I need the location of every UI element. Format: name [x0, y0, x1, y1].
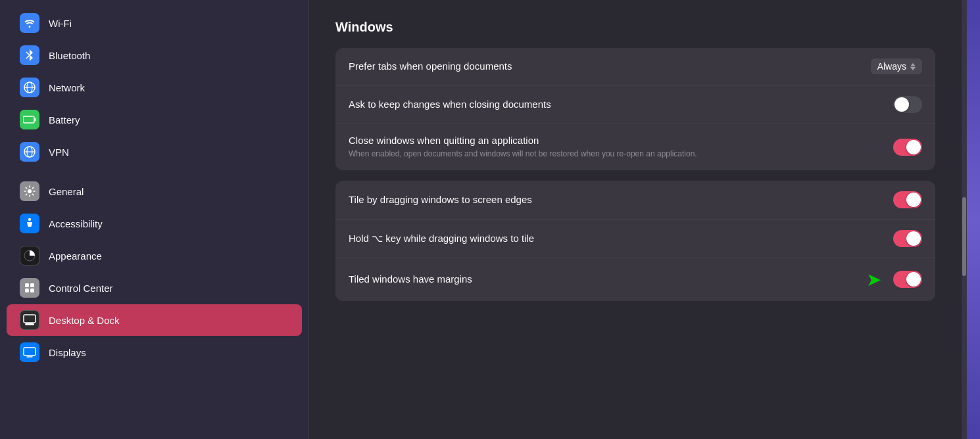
tile-dragging-row: Tile by dragging windows to screen edges	[335, 181, 935, 220]
svg-rect-5	[24, 118, 31, 122]
hold-option-content: Hold ⌥ key while dragging windows to til…	[349, 233, 893, 244]
sidebar-item-label-desktopdock: Desktop & Dock	[49, 315, 120, 326]
tiled-margins-label: Tiled windows have margins	[349, 273, 472, 285]
displays-icon	[20, 342, 39, 362]
ask-keep-changes-row: Ask to keep changes when closing documen…	[335, 85, 935, 124]
desktopdock-icon	[20, 310, 39, 330]
ask-keep-changes-content: Ask to keep changes when closing documen…	[349, 99, 893, 110]
hold-option-label: Hold ⌥ key while dragging windows to til…	[349, 233, 534, 244]
sidebar-item-wifi[interactable]: Wi-Fi	[7, 7, 302, 39]
tile-dragging-label: Tile by dragging windows to screen edges	[349, 194, 532, 205]
sidebar-item-label-bluetooth: Bluetooth	[49, 50, 90, 61]
close-windows-knob	[906, 140, 921, 154]
prefer-tabs-content: Prefer tabs when opening documents	[349, 60, 871, 72]
accessibility-icon	[20, 214, 39, 233]
stepper-up-arrow	[910, 63, 916, 66]
svg-point-9	[28, 189, 32, 193]
sidebar-item-label-accessibility: Accessibility	[49, 218, 103, 229]
sidebar-item-appearance[interactable]: Appearance	[7, 240, 302, 271]
sidebar-item-label-network: Network	[49, 82, 85, 93]
stepper-arrows	[910, 63, 916, 70]
tile-dragging-content: Tile by dragging windows to screen edges	[349, 194, 893, 206]
scrollbar-track[interactable]	[962, 0, 967, 439]
svg-rect-4	[35, 118, 36, 122]
svg-rect-16	[30, 289, 34, 292]
sidebar-item-displays[interactable]: Displays	[7, 336, 302, 368]
main-content: Windows Prefer tabs when opening documen…	[309, 0, 962, 439]
tiled-margins-toggle[interactable]	[893, 271, 922, 288]
green-arrow-icon: ➤	[866, 269, 881, 290]
svg-rect-18	[25, 323, 34, 325]
close-windows-sub: When enabled, open documents and windows…	[349, 149, 743, 160]
ask-keep-changes-knob	[894, 97, 909, 112]
bluetooth-icon	[20, 45, 39, 65]
close-windows-row: Close windows when quitting an applicati…	[335, 124, 935, 170]
close-windows-content: Close windows when quitting an applicati…	[349, 135, 893, 160]
sidebar-item-label-vpn: VPN	[49, 147, 69, 158]
tile-dragging-control	[893, 191, 922, 208]
close-windows-toggle[interactable]	[893, 139, 922, 156]
svg-point-11	[28, 218, 31, 221]
tiled-margins-control: ➤	[866, 269, 922, 290]
sidebar-item-network[interactable]: Network	[7, 72, 302, 103]
hold-option-toggle[interactable]	[893, 230, 922, 247]
svg-rect-13	[25, 283, 29, 287]
sidebar-item-label-appearance: Appearance	[49, 250, 102, 262]
controlcenter-icon	[20, 278, 39, 298]
sidebar-item-label-battery: Battery	[49, 114, 80, 126]
sidebar-item-controlcenter[interactable]: Control Center	[7, 272, 302, 304]
svg-rect-15	[25, 289, 29, 292]
close-windows-label: Close windows when quitting an applicati…	[349, 135, 893, 146]
sidebar-item-label-general: General	[49, 186, 84, 197]
hold-option-knob	[906, 231, 921, 246]
scrollbar-thumb[interactable]	[962, 197, 966, 276]
vpn-icon	[20, 142, 39, 162]
sidebar-item-bluetooth[interactable]: Bluetooth	[7, 39, 302, 71]
sidebar-item-general[interactable]: General	[7, 175, 302, 207]
ask-keep-changes-control	[893, 96, 922, 113]
general-icon	[20, 181, 39, 201]
sidebar-item-label-wifi: Wi-Fi	[49, 18, 72, 29]
windows-card: Prefer tabs when opening documents Alway…	[335, 48, 935, 170]
hold-option-control	[893, 230, 922, 247]
tiling-card: Tile by dragging windows to screen edges…	[335, 181, 935, 301]
tiled-margins-row: Tiled windows have margins ➤	[335, 258, 935, 301]
sidebar-item-desktopdock[interactable]: Desktop & Dock	[7, 304, 302, 336]
sidebar: Wi-Fi Bluetooth Network	[0, 0, 309, 439]
section-title: Windows	[335, 20, 935, 35]
svg-rect-17	[24, 315, 36, 323]
sidebar-item-label-controlcenter: Control Center	[49, 283, 113, 294]
battery-icon	[20, 110, 39, 129]
stepper-down-arrow	[910, 67, 916, 70]
sidebar-item-accessibility[interactable]: Accessibility	[7, 208, 302, 239]
sidebar-item-label-displays: Displays	[49, 347, 86, 358]
tile-dragging-toggle[interactable]	[893, 191, 922, 208]
ask-keep-changes-toggle[interactable]	[893, 96, 922, 113]
prefer-tabs-dropdown[interactable]: Always	[871, 58, 922, 74]
close-windows-control	[893, 139, 922, 156]
network-icon	[20, 78, 39, 97]
ask-keep-changes-label: Ask to keep changes when closing documen…	[349, 99, 551, 110]
sidebar-item-battery[interactable]: Battery	[7, 104, 302, 135]
svg-rect-19	[24, 348, 36, 356]
tiled-margins-content: Tiled windows have margins	[349, 273, 866, 285]
svg-rect-14	[30, 283, 34, 287]
prefer-tabs-value: Always	[877, 61, 906, 72]
appearance-icon	[20, 246, 39, 266]
prefer-tabs-row: Prefer tabs when opening documents Alway…	[335, 48, 935, 85]
tile-dragging-knob	[906, 193, 921, 207]
right-edge-decoration	[967, 0, 980, 439]
wifi-icon	[20, 13, 39, 33]
hold-option-row: Hold ⌥ key while dragging windows to til…	[335, 220, 935, 258]
sidebar-item-vpn[interactable]: VPN	[7, 136, 302, 168]
prefer-tabs-label: Prefer tabs when opening documents	[349, 60, 512, 72]
tiled-margins-knob	[906, 272, 921, 287]
prefer-tabs-control[interactable]: Always	[871, 58, 922, 74]
